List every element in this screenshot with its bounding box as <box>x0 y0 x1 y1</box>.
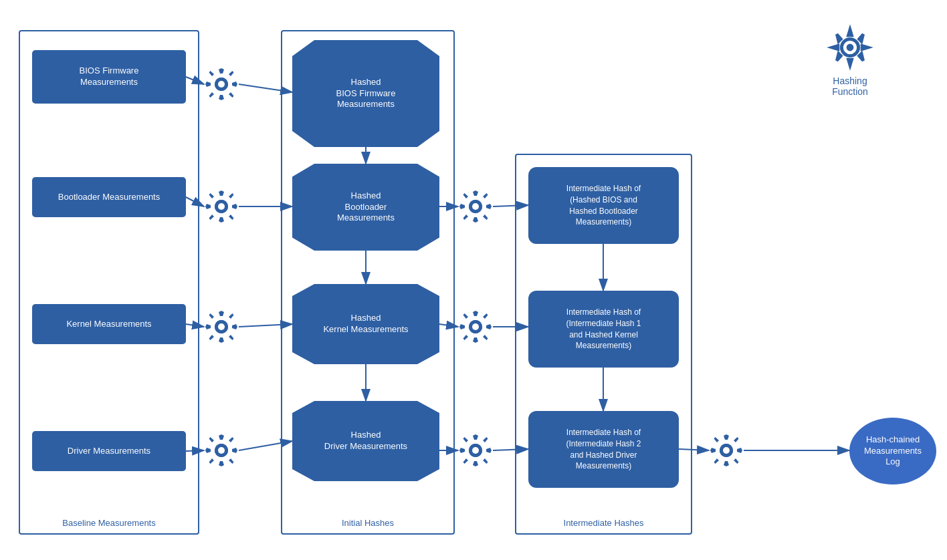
gear-driver-icon <box>204 433 239 468</box>
diagram-container: Baseline Measurements Initial Hashes Int… <box>0 0 947 560</box>
gear-bios-icon <box>204 67 239 102</box>
bios-rect: BIOS FirmwareMeasurements <box>32 50 186 104</box>
initial-label: Initial Hashes <box>282 518 453 528</box>
hashing-function-label: HashingFunction <box>832 76 868 97</box>
inter3-box: Intermediate Hash of(Intermediate Hash 2… <box>528 411 679 488</box>
hashed-bootloader-octagon: HashedBootloaderMeasurements <box>292 164 439 251</box>
baseline-label: Baseline Measurements <box>20 518 198 528</box>
hashed-bios-octagon: HashedBIOS FirmwareMeasurements <box>292 40 439 147</box>
gear-kernel-icon <box>204 309 239 344</box>
hashed-driver-octagon: HashedDriver Measurements <box>292 401 439 481</box>
gear-bootloader-icon <box>204 189 239 224</box>
svg-point-2 <box>847 44 854 51</box>
gear-inter3-icon <box>458 433 493 468</box>
hashing-function-legend: HashingFunction <box>813 23 887 97</box>
kernel-rect: Kernel Measurements <box>32 304 186 344</box>
gear-inter1-icon <box>458 189 493 224</box>
inter2-box: Intermediate Hash of(Intermediate Hash 1… <box>528 291 679 368</box>
gear-final-icon <box>709 433 744 468</box>
final-circle: Hash-chainedMeasurements Log <box>849 418 936 484</box>
driver-rect: Driver Measurements <box>32 431 186 471</box>
hashing-function-gear-icon <box>826 23 874 72</box>
gear-inter2-icon <box>458 309 493 344</box>
inter1-box: Intermediate Hash of(Hashed BIOS andHash… <box>528 167 679 244</box>
intermediate-label: Intermediate Hashes <box>516 518 691 528</box>
bootloader-rect: Bootloader Measurements <box>32 177 186 217</box>
hashed-kernel-octagon: HashedKernel Measurements <box>292 284 439 364</box>
